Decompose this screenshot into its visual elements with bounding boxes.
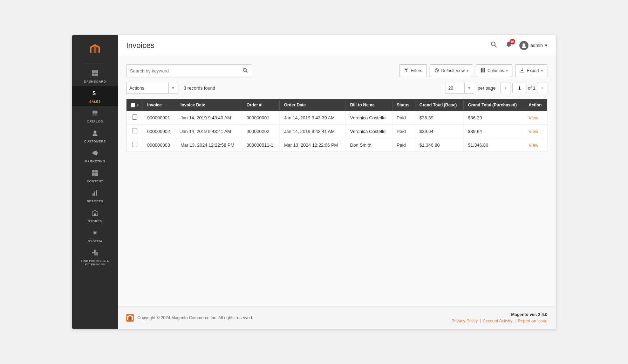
default-view-caret-icon: ▾ bbox=[467, 69, 469, 73]
sidebar-item-sales[interactable]: $ SALES bbox=[72, 86, 118, 106]
notification-button[interactable]: 39 bbox=[504, 40, 514, 51]
columns-button[interactable]: Columns ▾ bbox=[476, 64, 512, 77]
svg-rect-27 bbox=[94, 252, 95, 253]
logo-container bbox=[87, 35, 103, 62]
filters-button[interactable]: Filters bbox=[399, 64, 427, 77]
per-page-wrapper: 20 ▾ bbox=[445, 82, 474, 94]
footer-sep-1: | bbox=[480, 318, 481, 323]
toolbar-row: Filters Default View ▾ bbox=[126, 64, 547, 77]
svg-rect-19 bbox=[93, 193, 94, 196]
search-submit-button[interactable] bbox=[242, 67, 248, 75]
svg-rect-37 bbox=[482, 68, 483, 72]
export-icon bbox=[520, 68, 525, 74]
actions-select[interactable]: Actions bbox=[126, 82, 168, 94]
sidebar-item-extensions[interactable]: FIND PARTNERS & EXTENSIONS bbox=[72, 246, 118, 269]
admin-label: admin bbox=[531, 43, 543, 48]
footer-links: Privacy Policy | Account Activity | Repo… bbox=[451, 318, 547, 323]
sidebar-item-label-catalog: CATALOG bbox=[87, 120, 103, 123]
td-checkbox-2 bbox=[127, 138, 143, 152]
action-view-link-0[interactable]: View bbox=[528, 115, 538, 120]
td-grand-total-base-0: $36.39 bbox=[415, 111, 464, 125]
svg-point-12 bbox=[94, 131, 96, 133]
sidebar-item-customers[interactable]: CUSTOMERS bbox=[72, 126, 118, 146]
footer-left: Copyright © 2024 Magento Commerce Inc. A… bbox=[126, 314, 253, 322]
svg-point-30 bbox=[508, 46, 510, 47]
table-body: 000000001 Jan 14, 2019 9:43:40 AM 000000… bbox=[127, 111, 547, 152]
td-invoice-date-2: Mar 13, 2024 12:22:58 PM bbox=[176, 138, 242, 152]
per-page-select[interactable]: 20 bbox=[445, 82, 464, 94]
records-count: 3 records found bbox=[184, 85, 215, 91]
svg-point-28 bbox=[491, 42, 495, 46]
header-actions: 39 admin ▾ bbox=[489, 40, 547, 51]
sidebar-item-label-marketing: MARKETING bbox=[85, 160, 105, 163]
th-invoice-date-label: Invoice Date bbox=[180, 103, 205, 107]
svg-rect-11 bbox=[95, 115, 97, 115]
svg-rect-2 bbox=[95, 70, 98, 73]
action-view-link-1[interactable]: View bbox=[528, 129, 538, 134]
sidebar-item-reports[interactable]: REPORTS bbox=[72, 186, 118, 206]
svg-rect-25 bbox=[94, 250, 96, 252]
footer-right: Magento ver. 2.4.0 Privacy Policy | Acco… bbox=[451, 312, 547, 323]
account-activity-link[interactable]: Account Activity bbox=[483, 318, 512, 323]
sidebar-divider-top bbox=[84, 63, 105, 63]
row-checkbox-1[interactable] bbox=[132, 128, 137, 133]
svg-rect-9 bbox=[95, 113, 97, 114]
extensions-icon bbox=[91, 249, 98, 258]
action-view-link-2[interactable]: View bbox=[528, 142, 538, 148]
page-prev-button[interactable]: ‹ bbox=[500, 83, 511, 93]
row-checkbox-0[interactable] bbox=[132, 114, 137, 120]
page-title: Invoices bbox=[126, 41, 155, 50]
sidebar-item-system[interactable]: SYSTEM bbox=[72, 226, 118, 246]
admin-menu-button[interactable]: admin ▾ bbox=[519, 41, 547, 50]
sidebar-item-stores[interactable]: STORES bbox=[72, 206, 118, 226]
system-icon bbox=[91, 229, 98, 238]
page-of-label: of 1 bbox=[528, 85, 535, 91]
stores-icon bbox=[91, 209, 98, 218]
td-grand-total-purchased-0: $36.39 bbox=[464, 111, 524, 125]
per-page-caret-button[interactable]: ▾ bbox=[464, 82, 474, 94]
table-row: 000000001 Jan 14, 2019 9:43:40 AM 000000… bbox=[127, 111, 547, 125]
th-grand-total-base: Grand Total (Base) bbox=[415, 99, 464, 111]
td-order-num-1: 000000002 bbox=[242, 125, 280, 138]
th-grand-total-purchased: Grand Total (Purchased) bbox=[464, 99, 524, 111]
search-input[interactable] bbox=[130, 68, 242, 74]
td-bill-to-name-2: Don Smith bbox=[346, 138, 392, 152]
page-number-input[interactable] bbox=[512, 83, 526, 93]
privacy-policy-link[interactable]: Privacy Policy bbox=[451, 318, 478, 323]
td-grand-total-purchased-2: $1,346.80 bbox=[464, 138, 524, 152]
select-all-checkbox[interactable] bbox=[131, 103, 135, 107]
export-button[interactable]: Export ▾ bbox=[515, 64, 547, 77]
svg-rect-22 bbox=[94, 214, 96, 216]
svg-point-23 bbox=[94, 232, 96, 234]
columns-caret-icon: ▾ bbox=[506, 69, 508, 73]
sidebar-item-content[interactable]: CONTENT bbox=[72, 166, 118, 186]
sidebar-item-dashboard[interactable]: DASHBOARD bbox=[72, 66, 118, 86]
columns-label: Columns bbox=[487, 68, 504, 73]
svg-rect-17 bbox=[92, 173, 95, 176]
svg-rect-16 bbox=[95, 170, 98, 173]
sidebar-item-label-content: CONTENT bbox=[87, 180, 103, 183]
sidebar-item-catalog[interactable]: CATALOG bbox=[72, 106, 118, 126]
th-order-date-label: Order Date bbox=[284, 103, 306, 107]
actions-select-wrapper: Actions ▾ bbox=[126, 82, 178, 94]
row-checkbox-2[interactable] bbox=[132, 142, 137, 147]
page-next-button[interactable]: › bbox=[537, 83, 547, 93]
table-row: 000000002 Jan 14, 2019 9:43:41 AM 000000… bbox=[127, 125, 547, 138]
th-order-date: Order Date bbox=[280, 99, 346, 111]
view-icon bbox=[434, 68, 439, 74]
customers-icon bbox=[91, 130, 98, 138]
sidebar-item-marketing[interactable]: MARKETING bbox=[72, 146, 118, 166]
actions-caret-button[interactable]: ▾ bbox=[168, 82, 178, 94]
th-invoice[interactable]: Invoice ↓ bbox=[143, 99, 176, 111]
default-view-button[interactable]: Default View ▾ bbox=[430, 64, 473, 77]
sidebar-item-label-customers: CUSTOMERS bbox=[84, 140, 106, 143]
default-view-label: Default View bbox=[441, 68, 465, 73]
td-invoice-date-1: Jan 14, 2019 9:43:41 AM bbox=[176, 125, 242, 138]
svg-rect-4 bbox=[95, 74, 98, 76]
report-issue-link[interactable]: Report an Issue bbox=[518, 318, 547, 323]
header-search-button[interactable] bbox=[489, 40, 498, 51]
svg-rect-3 bbox=[92, 74, 95, 76]
footer-version: Magento ver. 2.4.0 bbox=[451, 312, 547, 317]
svg-point-32 bbox=[243, 68, 246, 71]
th-bill-to-name: Bill-to Name bbox=[346, 99, 392, 111]
